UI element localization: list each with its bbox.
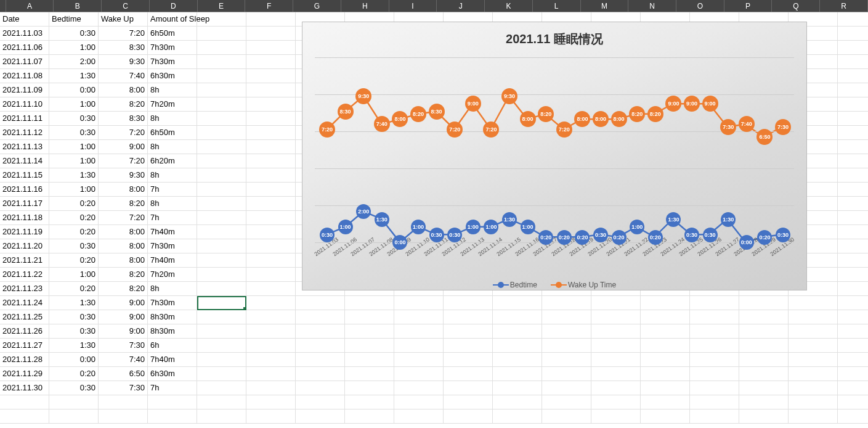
cell-F27[interactable] — [246, 381, 296, 395]
col-header-R[interactable]: R — [820, 0, 868, 12]
cell-F13[interactable] — [246, 183, 296, 197]
corner-cell[interactable] — [0, 0, 6, 12]
cell-Q26[interactable] — [789, 367, 838, 381]
cell-C19[interactable]: 8:20 — [99, 268, 148, 282]
cell-C22[interactable]: 9:00 — [99, 310, 148, 324]
cell-R1[interactable] — [838, 12, 868, 27]
cell-C16[interactable]: 8:00 — [99, 225, 148, 239]
cell-G23[interactable] — [296, 324, 345, 339]
cell-R29[interactable] — [838, 409, 868, 424]
cell-C4[interactable]: 9:30 — [99, 55, 148, 69]
cell-E19[interactable] — [197, 268, 246, 282]
cell-I23[interactable] — [394, 324, 444, 339]
cell-F15[interactable] — [246, 211, 296, 225]
cell-J24[interactable] — [444, 339, 493, 353]
cell-C3[interactable]: 8:30 — [99, 41, 148, 55]
cell-B24[interactable]: 1:30 — [49, 339, 99, 353]
cell-B17[interactable]: 0:30 — [49, 239, 99, 253]
cell-B1[interactable]: Bedtime — [49, 12, 99, 27]
cell-A4[interactable]: 2021.11.07 — [0, 55, 49, 69]
cell-B26[interactable]: 0:20 — [49, 367, 99, 381]
cell-D18[interactable]: 7h40m — [148, 253, 197, 268]
cell-E23[interactable] — [197, 324, 246, 339]
cell-D19[interactable]: 7h20m — [148, 268, 197, 282]
cell-R25[interactable] — [838, 353, 868, 367]
cell-B9[interactable]: 0:30 — [49, 126, 99, 140]
cell-B13[interactable]: 1:00 — [49, 183, 99, 197]
cell-P24[interactable] — [739, 339, 789, 353]
cell-E24[interactable] — [197, 339, 246, 353]
cell-M25[interactable] — [591, 353, 641, 367]
cell-N25[interactable] — [641, 353, 690, 367]
cell-R19[interactable] — [838, 268, 868, 282]
cell-F1[interactable] — [246, 12, 296, 27]
cell-L28[interactable] — [542, 395, 591, 409]
col-header-C[interactable]: C — [102, 0, 150, 12]
cell-A10[interactable]: 2021.11.13 — [0, 140, 49, 154]
cell-A5[interactable]: 2021.11.08 — [0, 69, 49, 83]
cell-F8[interactable] — [246, 112, 296, 126]
cell-Q24[interactable] — [789, 339, 838, 353]
cell-G28[interactable] — [296, 395, 345, 409]
cell-G29[interactable] — [296, 409, 345, 424]
cell-C5[interactable]: 7:40 — [99, 69, 148, 83]
cell-I27[interactable] — [394, 381, 444, 395]
cell-C15[interactable]: 7:20 — [99, 211, 148, 225]
cell-Q28[interactable] — [789, 395, 838, 409]
cell-D10[interactable]: 8h — [148, 140, 197, 154]
cell-B22[interactable]: 0:30 — [49, 310, 99, 324]
cell-K29[interactable] — [493, 409, 542, 424]
cell-A16[interactable]: 2021.11.19 — [0, 225, 49, 239]
cell-E29[interactable] — [197, 409, 246, 424]
cell-O29[interactable] — [690, 409, 739, 424]
cell-Q22[interactable] — [789, 310, 838, 324]
cell-Q23[interactable] — [789, 324, 838, 339]
cell-I28[interactable] — [394, 395, 444, 409]
cell-A17[interactable]: 2021.11.20 — [0, 239, 49, 253]
col-header-I[interactable]: I — [389, 0, 437, 12]
cell-R23[interactable] — [838, 324, 868, 339]
cell-A12[interactable]: 2021.11.15 — [0, 168, 49, 183]
col-header-F[interactable]: F — [245, 0, 293, 12]
cell-I24[interactable] — [394, 339, 444, 353]
cell-R9[interactable] — [838, 126, 868, 140]
cell-R12[interactable] — [838, 168, 868, 183]
cell-R2[interactable] — [838, 27, 868, 41]
cell-J23[interactable] — [444, 324, 493, 339]
cell-B23[interactable]: 0:30 — [49, 324, 99, 339]
cell-A26[interactable]: 2021.11.29 — [0, 367, 49, 381]
cell-C13[interactable]: 8:00 — [99, 183, 148, 197]
cell-A21[interactable]: 2021.11.24 — [0, 296, 49, 310]
cell-E22[interactable] — [197, 310, 246, 324]
col-header-A[interactable]: A — [6, 0, 54, 12]
cell-K27[interactable] — [493, 381, 542, 395]
cell-R17[interactable] — [838, 239, 868, 253]
col-header-H[interactable]: H — [341, 0, 389, 12]
cell-R22[interactable] — [838, 310, 868, 324]
cell-G21[interactable] — [296, 296, 345, 310]
cell-N26[interactable] — [641, 367, 690, 381]
cell-F20[interactable] — [246, 282, 296, 296]
cell-F4[interactable] — [246, 55, 296, 69]
cell-B4[interactable]: 2:00 — [49, 55, 99, 69]
cell-L23[interactable] — [542, 324, 591, 339]
col-header-O[interactable]: O — [676, 0, 724, 12]
cell-R21[interactable] — [838, 296, 868, 310]
cell-P25[interactable] — [739, 353, 789, 367]
cell-K26[interactable] — [493, 367, 542, 381]
cell-I25[interactable] — [394, 353, 444, 367]
cell-F28[interactable] — [246, 395, 296, 409]
cell-F17[interactable] — [246, 239, 296, 253]
cell-K23[interactable] — [493, 324, 542, 339]
cell-M21[interactable] — [591, 296, 641, 310]
cell-R14[interactable] — [838, 197, 868, 211]
cell-C1[interactable]: Wake Up — [99, 12, 148, 27]
cell-L26[interactable] — [542, 367, 591, 381]
cell-R3[interactable] — [838, 41, 868, 55]
cell-L27[interactable] — [542, 381, 591, 395]
cell-M28[interactable] — [591, 395, 641, 409]
cell-G22[interactable] — [296, 310, 345, 324]
cell-E17[interactable] — [197, 239, 246, 253]
cell-M29[interactable] — [591, 409, 641, 424]
cell-D15[interactable]: 7h — [148, 211, 197, 225]
